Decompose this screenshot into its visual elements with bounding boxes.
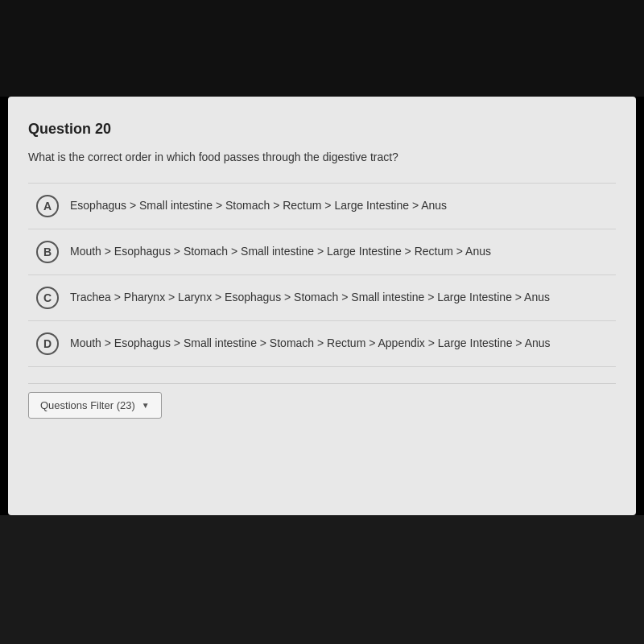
filter-arrow-icon: ▼ — [142, 401, 150, 410]
option-b-text: Mouth > Esophagus > Stomach > Small inte… — [70, 244, 491, 260]
top-bar — [0, 0, 644, 97]
bottom-bar — [0, 515, 644, 644]
option-a-text: Esophagus > Small intestine > Stomach > … — [70, 198, 447, 214]
quiz-screen: Question 20 What is the correct order in… — [8, 97, 636, 515]
option-a-label: A — [36, 195, 59, 217]
filter-label: Questions Filter (23) — [40, 399, 135, 411]
option-d[interactable]: D Mouth > Esophagus > Small intestine > … — [28, 321, 616, 367]
question-text: What is the correct order in which food … — [28, 151, 616, 163]
option-b[interactable]: B Mouth > Esophagus > Stomach > Small in… — [28, 229, 616, 275]
filter-section: Questions Filter (23) ▼ — [28, 383, 616, 419]
option-c-text: Trachea > Pharynx > Larynx > Esophagus >… — [70, 290, 550, 306]
option-c[interactable]: C Trachea > Pharynx > Larynx > Esophagus… — [28, 275, 616, 321]
option-a[interactable]: A Esophagus > Small intestine > Stomach … — [28, 183, 616, 229]
option-d-label: D — [36, 332, 59, 355]
option-c-label: C — [36, 287, 59, 309]
filter-button[interactable]: Questions Filter (23) ▼ — [28, 392, 162, 419]
option-d-text: Mouth > Esophagus > Small intestine > St… — [70, 336, 551, 352]
option-b-label: B — [36, 241, 59, 263]
question-title: Question 20 — [28, 121, 616, 138]
options-list: A Esophagus > Small intestine > Stomach … — [28, 183, 616, 367]
